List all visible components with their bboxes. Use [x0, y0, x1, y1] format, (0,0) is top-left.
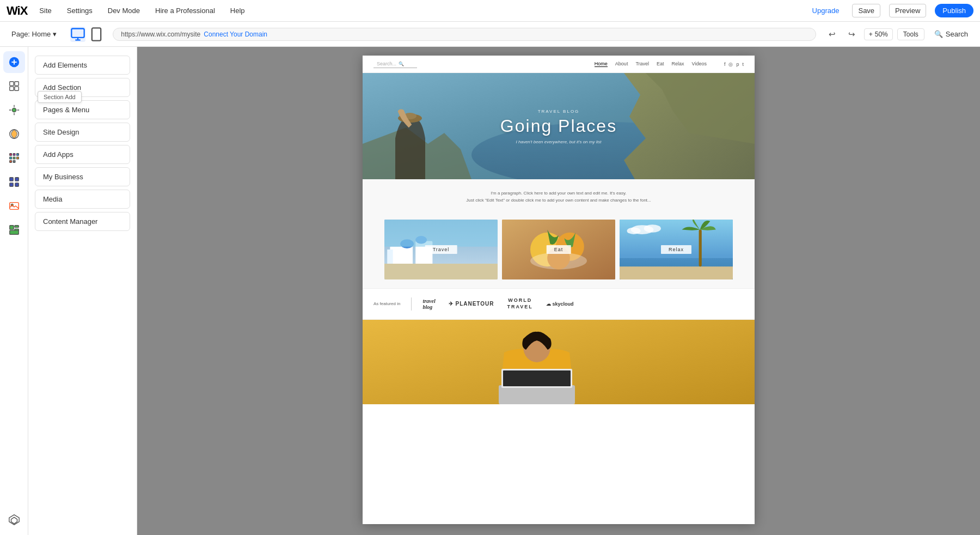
- text-line1: I'm a paragraph. Click here to add your …: [373, 190, 744, 197]
- nav-settings[interactable]: Settings: [64, 4, 96, 17]
- svg-marker-33: [11, 517, 17, 524]
- undo-button[interactable]: ↩: [825, 27, 840, 42]
- hero-section: Travel Blog Going Places I haven't been …: [363, 73, 755, 179]
- svg-rect-31: [9, 230, 19, 234]
- instagram-icon[interactable]: ◎: [728, 62, 733, 67]
- image-grid: Travel: [363, 215, 755, 288]
- twitter-icon[interactable]: t: [742, 62, 744, 67]
- sidebar-icons: [0, 47, 28, 535]
- svg-rect-18: [13, 157, 15, 159]
- my-business-button[interactable]: My Business: [35, 167, 130, 186]
- site-nav: Search... 🔍 Home About Travel Eat Relax …: [363, 56, 755, 73]
- canvas-area[interactable]: Search... 🔍 Home About Travel Eat Relax …: [137, 47, 980, 535]
- hero-title: Going Places: [500, 115, 617, 136]
- sidebar-icon-media[interactable]: [3, 195, 25, 217]
- save-button[interactable]: Save: [852, 4, 880, 17]
- svg-rect-22: [9, 178, 13, 181]
- svg-point-12: [12, 108, 16, 112]
- facebook-icon[interactable]: f: [724, 62, 726, 67]
- site-nav-links: Home About Travel Eat Relax Videos: [595, 61, 707, 67]
- pages-menu-label: Pages & Menu: [43, 106, 89, 114]
- preview-button[interactable]: Preview: [889, 4, 926, 17]
- grid-label-eat: Eat: [547, 245, 571, 254]
- pages-menu-button[interactable]: Pages & Menu: [35, 100, 130, 119]
- grid-item-eat[interactable]: Eat: [502, 220, 615, 279]
- nav-site[interactable]: Site: [36, 4, 54, 17]
- zoom-control[interactable]: + 50%: [864, 28, 893, 40]
- sidebar-icon-add[interactable]: [3, 51, 25, 73]
- add-elements-label: Add Elements: [43, 61, 87, 69]
- featured-logo-skycloud: ☁ skycloud: [546, 301, 574, 307]
- redo-button[interactable]: ↪: [844, 27, 860, 42]
- wix-logo: WiX: [7, 4, 27, 18]
- connect-domain-link[interactable]: Connect Your Domain: [204, 31, 267, 38]
- sidebar-icon-layers[interactable]: [3, 75, 25, 97]
- desktop-view-button[interactable]: [70, 27, 85, 42]
- site-search-bar[interactable]: Search... 🔍: [373, 60, 417, 68]
- svg-rect-17: [9, 157, 11, 159]
- content-manager-button[interactable]: Content Manager: [35, 212, 130, 231]
- svg-rect-23: [15, 178, 18, 181]
- text-section: I'm a paragraph. Click here to add your …: [363, 179, 755, 215]
- svg-rect-19: [16, 157, 19, 159]
- svg-rect-24: [9, 183, 13, 186]
- featured-section: As featured in travel blog ✈ PLANETOUR W…: [363, 288, 755, 320]
- svg-rect-21: [13, 161, 15, 163]
- left-panel: Add Elements Add Section Pages & Menu Si…: [28, 47, 137, 535]
- grid-item-relax[interactable]: Relax: [620, 220, 733, 279]
- nav-hire[interactable]: Hire a Professional: [152, 4, 218, 17]
- featured-logo-worldtravel: WORLDTRAVEL: [507, 297, 533, 310]
- svg-rect-54: [620, 266, 733, 279]
- featured-logos: travel blog ✈ PLANETOUR WORLDTRAVEL ☁ sk…: [422, 297, 744, 310]
- site-nav-eat[interactable]: Eat: [657, 61, 664, 67]
- pinterest-icon[interactable]: p: [736, 62, 739, 67]
- grid-item-travel[interactable]: Travel: [384, 220, 498, 279]
- sidebar-icon-content[interactable]: [3, 219, 25, 241]
- site-nav-about[interactable]: About: [615, 61, 628, 67]
- site-search-icon: 🔍: [399, 62, 404, 66]
- svg-rect-29: [14, 226, 18, 228]
- grid-label-relax: Relax: [661, 245, 691, 254]
- media-button[interactable]: Media: [35, 190, 130, 209]
- nav-help[interactable]: Help: [227, 4, 248, 17]
- svg-rect-63: [503, 370, 571, 386]
- sidebar-icon-apps[interactable]: [3, 147, 25, 169]
- search-button[interactable]: 🔍 Search: [929, 28, 973, 40]
- svg-rect-0: [72, 28, 84, 37]
- zoom-level: 50%: [875, 31, 888, 38]
- editor-toolbar: Page: Home ▾ https://www.wix.com/mysite …: [0, 22, 980, 47]
- sidebar-icon-layers-bottom[interactable]: [3, 509, 25, 531]
- svg-point-58: [627, 227, 641, 234]
- nav-devmode[interactable]: Dev Mode: [105, 4, 143, 17]
- tools-label: Tools: [903, 31, 918, 38]
- site-search-text: Search...: [377, 61, 396, 66]
- mobile-view-button[interactable]: [89, 27, 104, 42]
- svg-rect-45: [384, 264, 498, 279]
- sidebar-icon-design[interactable]: [3, 123, 25, 145]
- featured-label: As featured in: [373, 301, 400, 306]
- site-nav-home[interactable]: Home: [595, 61, 608, 67]
- svg-rect-55: [699, 229, 702, 266]
- bottom-photo-section: [363, 320, 755, 404]
- publish-button[interactable]: Publish: [935, 4, 973, 17]
- url-bar: https://www.wix.com/mysite Connect Your …: [113, 28, 816, 41]
- tools-button[interactable]: Tools: [897, 28, 924, 40]
- sidebar-icon-business[interactable]: [3, 171, 25, 193]
- svg-rect-10: [9, 87, 13, 90]
- main-area: Add Elements Add Section Pages & Menu Si…: [0, 47, 980, 535]
- sidebar-icon-pages[interactable]: [3, 99, 25, 121]
- page-label: Page: Home: [11, 30, 51, 38]
- svg-rect-15: [13, 154, 15, 156]
- add-elements-button[interactable]: Add Elements: [35, 56, 130, 75]
- upgrade-button[interactable]: Upgrade: [808, 4, 844, 17]
- bottom-photo-bg: [363, 320, 755, 404]
- svg-rect-16: [16, 154, 19, 156]
- add-apps-button[interactable]: Add Apps: [35, 145, 130, 164]
- toolbar-right-controls: ↩ ↪ + 50% Tools 🔍 Search: [825, 27, 973, 42]
- device-switcher: [70, 27, 104, 42]
- site-design-button[interactable]: Site Design: [35, 123, 130, 142]
- site-nav-travel[interactable]: Travel: [635, 61, 649, 67]
- page-selector[interactable]: Page: Home ▾: [7, 27, 62, 41]
- site-nav-relax[interactable]: Relax: [672, 61, 684, 67]
- site-nav-videos[interactable]: Videos: [692, 61, 707, 67]
